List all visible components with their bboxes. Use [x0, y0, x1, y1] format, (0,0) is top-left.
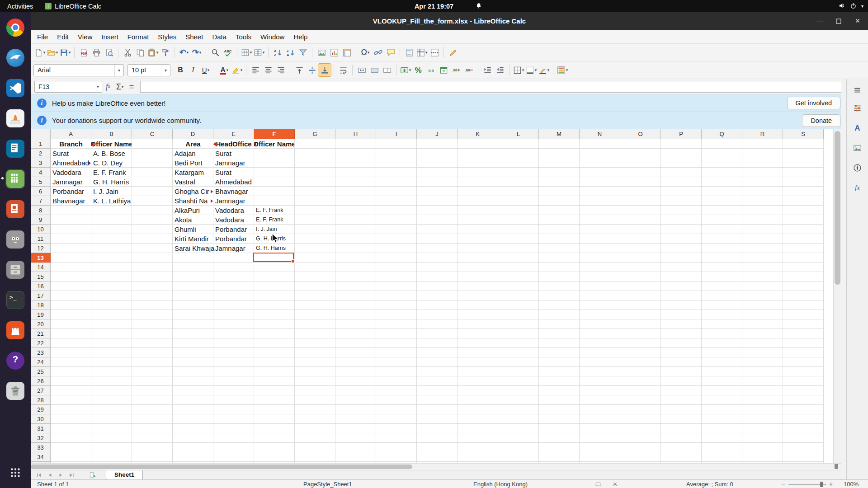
font-color-button[interactable]: A▾: [218, 64, 231, 76]
cell-J13[interactable]: [417, 253, 458, 263]
cell-S31[interactable]: [783, 424, 824, 433]
row-header-34[interactable]: 34: [31, 452, 51, 462]
cell-E17[interactable]: [213, 291, 254, 300]
cell-J6[interactable]: [417, 187, 458, 196]
cell-O29[interactable]: [620, 405, 661, 414]
cell-N13[interactable]: [580, 253, 620, 263]
cell-C13[interactable]: [132, 253, 173, 263]
hyperlink-button[interactable]: [372, 46, 384, 59]
underline-button[interactable]: U▾: [199, 64, 212, 76]
cell-R32[interactable]: [742, 433, 783, 443]
cell-M25[interactable]: [539, 367, 580, 376]
cell-M16[interactable]: [539, 282, 580, 291]
cell-N5[interactable]: [580, 177, 620, 187]
cell-E24[interactable]: [213, 357, 254, 367]
cell-M31[interactable]: [539, 424, 580, 433]
menu-format[interactable]: Format: [123, 31, 154, 42]
cell-P14[interactable]: [661, 263, 702, 272]
menu-sheet[interactable]: Sheet: [181, 31, 208, 42]
cell-F11[interactable]: G. H. Harris: [254, 234, 295, 244]
cell-S28[interactable]: [783, 395, 824, 405]
font-size-combobox[interactable]: 10 pt ▾: [127, 64, 170, 76]
cell-E6[interactable]: Bhavnagar: [213, 187, 254, 196]
donate-button[interactable]: Donate: [802, 114, 840, 127]
cell-B13[interactable]: [91, 253, 132, 263]
cell-L26[interactable]: [498, 376, 539, 386]
border-color-dropdown-icon[interactable]: ▾: [547, 68, 550, 72]
cell-O2[interactable]: [620, 149, 661, 158]
cell-H10[interactable]: [335, 225, 376, 234]
row-header-7[interactable]: 7: [31, 196, 51, 206]
cell-A21[interactable]: [51, 329, 91, 338]
cell-F6[interactable]: [254, 187, 295, 196]
cell-H27[interactable]: [335, 386, 376, 395]
row-header-28[interactable]: 28: [31, 395, 51, 405]
cell-J21[interactable]: [417, 329, 458, 338]
sidebar-tab-properties-icon[interactable]: [850, 101, 865, 116]
cell-C12[interactable]: [132, 244, 173, 253]
row-header-23[interactable]: 23: [31, 348, 51, 357]
cell-Q34[interactable]: [702, 452, 742, 462]
cell-D3[interactable]: Bedi Port: [173, 158, 213, 168]
spelling-button[interactable]: ABC: [222, 46, 234, 59]
insert-row-dropdown-icon[interactable]: ▾: [250, 50, 252, 55]
cell-N10[interactable]: [580, 225, 620, 234]
increase-indent-button[interactable]: [481, 64, 494, 76]
cell-Q2[interactable]: [702, 149, 742, 158]
cell-H4[interactable]: [335, 168, 376, 177]
cell-S27[interactable]: [783, 386, 824, 395]
cell-E15[interactable]: [213, 272, 254, 282]
cell-O16[interactable]: [620, 282, 661, 291]
cell-D32[interactable]: [173, 433, 213, 443]
cell-A16[interactable]: [51, 282, 91, 291]
cell-A31[interactable]: [51, 424, 91, 433]
cell-D14[interactable]: [173, 263, 213, 272]
cell-M23[interactable]: [539, 348, 580, 357]
cell-N4[interactable]: [580, 168, 620, 177]
cell-E20[interactable]: [213, 319, 254, 329]
cell-P19[interactable]: [661, 310, 702, 319]
menu-help[interactable]: Help: [289, 31, 312, 42]
cell-D5[interactable]: Vastral: [173, 177, 213, 187]
column-header-K[interactable]: K: [458, 129, 498, 139]
cell-N27[interactable]: [580, 386, 620, 395]
cell-M9[interactable]: [539, 215, 580, 225]
libreoffice-writer-icon[interactable]: [5, 139, 25, 159]
cell-O11[interactable]: [620, 234, 661, 244]
redo-button[interactable]: ↷▾: [190, 46, 203, 59]
cell-S20[interactable]: [783, 319, 824, 329]
cell-A20[interactable]: [51, 319, 91, 329]
cell-O19[interactable]: [620, 310, 661, 319]
cell-R15[interactable]: [742, 272, 783, 282]
row-header-17[interactable]: 17: [31, 291, 51, 300]
cell-C3[interactable]: [132, 158, 173, 168]
cell-S11[interactable]: [783, 234, 824, 244]
cell-A32[interactable]: [51, 433, 91, 443]
save-button[interactable]: ▾: [59, 46, 71, 59]
cell-F14[interactable]: [254, 263, 295, 272]
cell-E18[interactable]: [213, 300, 254, 310]
cell-G1[interactable]: [295, 139, 335, 149]
cell-L3[interactable]: [498, 158, 539, 168]
row-header-9[interactable]: 9: [31, 215, 51, 225]
cell-B26[interactable]: [91, 376, 132, 386]
cell-J3[interactable]: [417, 158, 458, 168]
cell-F7[interactable]: [254, 196, 295, 206]
cell-K16[interactable]: [458, 282, 498, 291]
libreoffice-impress-icon[interactable]: [5, 199, 25, 219]
cell-O7[interactable]: [620, 196, 661, 206]
cell-Q30[interactable]: [702, 414, 742, 424]
scrollbar-split-handle[interactable]: [835, 464, 838, 469]
menu-view[interactable]: View: [73, 31, 97, 42]
cell-A18[interactable]: [51, 300, 91, 310]
cell-K14[interactable]: [458, 263, 498, 272]
print-button[interactable]: [90, 46, 103, 59]
undo-dropdown-icon[interactable]: ▾: [187, 50, 189, 55]
cell-I29[interactable]: [376, 405, 417, 414]
cell-A11[interactable]: [51, 234, 91, 244]
cell-F29[interactable]: [254, 405, 295, 414]
cell-P8[interactable]: [661, 206, 702, 215]
cell-E30[interactable]: [213, 414, 254, 424]
row-header-31[interactable]: 31: [31, 424, 51, 433]
cell-M1[interactable]: [539, 139, 580, 149]
